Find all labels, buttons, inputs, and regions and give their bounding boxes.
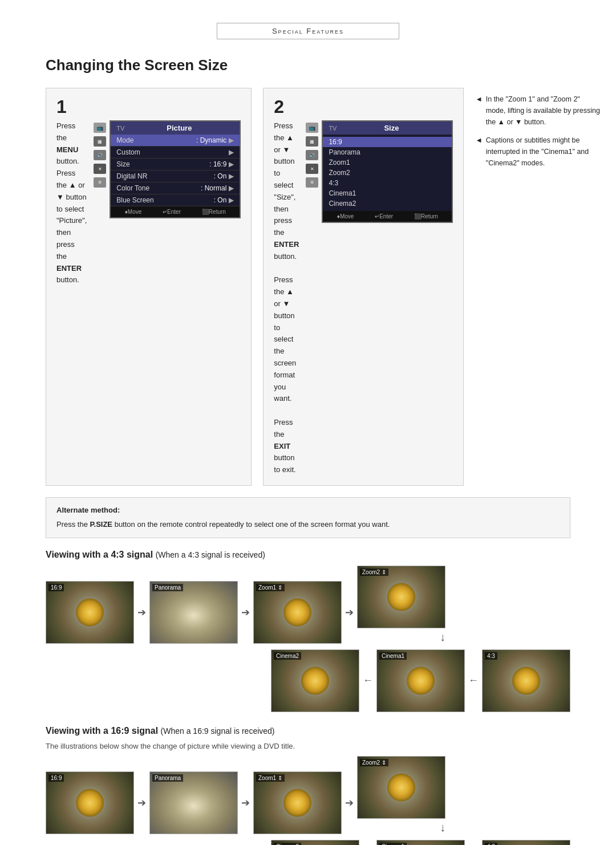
arrow-size: ▶ [229, 160, 234, 168]
enter-bold: ENTER [56, 264, 82, 273]
label-169-zoom2: Zoom2 ⇕ [360, 759, 388, 766]
step1-content: Press the MENU button. Press the ▲ or ▼ … [56, 120, 241, 286]
label-169-43: 4:3 [485, 843, 497, 846]
label-43-cinema2: Cinema2 [274, 652, 301, 660]
label-43-cinema1: Cinema1 [379, 652, 407, 660]
size-item-panorama: Panorama [323, 147, 452, 157]
size-value: : 16:9 ▶ [209, 160, 234, 168]
size-list: 16:9 Panorama Zoom1 Zoom2 4:3 Cinema1 Ci… [323, 135, 452, 211]
thumb-169-zoom1: Zoom1 ⇕ [253, 771, 342, 834]
thumb-169-43: 4:3 [482, 840, 570, 846]
dnr-value: : On ▶ [214, 172, 234, 180]
tv-icon-5: ⚙ [94, 177, 106, 188]
bluescreen-value: : On ▶ [214, 196, 234, 204]
thumb-43-169: 16:9 [46, 581, 134, 644]
step1-box: 1 Press the MENU button. Press the ▲ or … [46, 88, 252, 486]
footer2-enter: ↵Enter [375, 213, 393, 220]
thumb-169-zoom2: Zoom2 ⇕ [357, 756, 445, 819]
size-menu-title: Size [384, 124, 399, 132]
step2-tv-menu: TV Size 16:9 Panorama Zoom1 Zoom2 4:3 [322, 120, 453, 223]
thumb-169-panorama: Panorama [149, 771, 238, 834]
label-43-169: 16:9 [48, 584, 64, 591]
169-group1: 16:9 ➔ Panorama ➔ Zoom1 ⇕ ➔ [46, 771, 354, 834]
viewing-169-title: Viewing with a 16:9 signal (When a 16:9 … [46, 726, 570, 736]
label-43-43: 4:3 [485, 652, 497, 660]
thumb-43-zoom1: Zoom1 ⇕ [253, 581, 342, 644]
footer2-move: ♦Move [337, 213, 354, 220]
label-43-panorama: Panorama [152, 584, 183, 591]
size-label: Size [116, 160, 129, 168]
tv-menu-footer-2: ♦Move ↵Enter ⬛Return [323, 211, 452, 222]
bluescreen-label: Blue Screen [116, 196, 153, 204]
section-header: Special Features [217, 23, 399, 39]
tv-label-2: TV [329, 125, 337, 132]
43-zoom2-col: Zoom2 ⇕ ↓ [357, 566, 445, 644]
tv-label: TV [116, 125, 124, 132]
menu-title: Picture [167, 124, 192, 132]
label-169-zoom1: Zoom1 ⇕ [256, 774, 285, 782]
menu-bold: MENU [56, 145, 78, 154]
tv-menu-body: Mode : Dynamic ▶ Custom ▶ Size : 16:9 ▶ [111, 135, 240, 206]
tv-icon-2: ▦ [94, 136, 106, 147]
43-group1: 16:9 ➔ Panorama ➔ Zoom1 ⇕ ➔ [46, 581, 354, 644]
colortone-value: : Normal ▶ [201, 184, 234, 192]
note-zoom: ◄ In the "Zoom 1" and "Zoom 2" mode, lif… [475, 94, 601, 128]
thumb-169-cinema2: Cinema2 [271, 840, 359, 846]
tv-icon2-1: 📺 [306, 123, 318, 133]
viewing-43-normal: (When a 4:3 signal is received) [156, 550, 265, 559]
enter-bold-2: ENTER [274, 240, 299, 249]
size-item-169: 16:9 [323, 137, 452, 147]
arrow-169-1: ➔ [137, 797, 146, 809]
footer2-return: ⬛Return [414, 213, 438, 220]
step1-tv-menu: TV Picture Mode : Dynamic ▶ Custom ▶ [110, 120, 241, 218]
mode-value: : Dynamic ▶ [196, 136, 234, 144]
label-169-cinema1: Cinema1 [379, 843, 407, 846]
viewing-43-title: Viewing with a 4:3 signal (When a 4:3 si… [46, 550, 570, 560]
step2-text: Press the ▲ or ▼ button to select "Size"… [274, 120, 299, 476]
menu-row-custom: Custom ▶ [111, 147, 240, 159]
viewing-43-row1: 16:9 ➔ Panorama ➔ Zoom1 ⇕ ➔ Zoom2 ⇕ [46, 566, 570, 644]
arrow-43-1: ➔ [137, 606, 146, 619]
arrow-dnr: ▶ [229, 172, 234, 180]
viewing-43-section: Viewing with a 4:3 signal (When a 4:3 si… [46, 550, 570, 712]
tv-icon2-2: ▦ [306, 136, 318, 147]
label-43-zoom2: Zoom2 ⇕ [360, 568, 388, 576]
step2-notes: ◄ In the "Zoom 1" and "Zoom 2" mode, lif… [475, 88, 601, 486]
step2-box: 2 Press the ▲ or ▼ button to select "Siz… [263, 88, 464, 486]
section-header-text: Special Features [272, 27, 344, 35]
arrow-43-left-2: ← [468, 675, 479, 686]
bullet-1: ◄ [475, 94, 482, 128]
label-169-panorama: Panorama [152, 774, 183, 782]
step2-text-area: Press the ▲ or ▼ button to select "Size"… [274, 120, 299, 476]
viewing-169-row1: 16:9 ➔ Panorama ➔ Zoom1 ⇕ ➔ Zoom2 ⇕ [46, 756, 570, 834]
alt-method-box: Alternate method: Press the P.SIZE butto… [46, 497, 570, 538]
menu-row-colortone: Color Tone : Normal ▶ [111, 182, 240, 194]
custom-value: ▶ [229, 148, 234, 156]
viewing-169-row2: Cinema2 ← Cinema1 ← 4:3 [46, 840, 570, 846]
169-zoom2-col: Zoom2 ⇕ ↓ [357, 756, 445, 834]
viewing-169-normal: (When a 16:9 signal is received) [161, 726, 275, 736]
footer-enter: ↵Enter [163, 209, 181, 215]
bullet-2: ◄ [475, 135, 482, 169]
page-container: Special Features Changing the Screen Siz… [0, 0, 616, 845]
tv-icon2-5: ⚙ [306, 177, 318, 188]
footer-move: ♦Move [125, 209, 142, 215]
viewing-43-row2: Cinema2 ← Cinema1 ← 4:3 [46, 649, 570, 712]
size-item-43: 4:3 [323, 178, 452, 188]
size-item-zoom2: Zoom2 [323, 168, 452, 178]
size-item-cinema2: Cinema2 [323, 198, 452, 209]
note-cinema-text: Captions or subtitles might be interrupt… [486, 135, 601, 169]
label-169-169: 16:9 [48, 774, 64, 782]
viewing-169-section: Viewing with a 16:9 signal (When a 16:9 … [46, 726, 570, 846]
step1-number: 1 [56, 98, 241, 116]
label-169-cinema2: Cinema2 [274, 843, 301, 846]
arrow-custom: ▶ [229, 148, 234, 156]
colortone-label: Color Tone [116, 184, 149, 192]
alt-method-title: Alternate method: [56, 505, 560, 517]
tv-icon-3: 🔊 [94, 150, 106, 160]
menu-row-bluescreen: Blue Screen : On ▶ [111, 194, 240, 206]
arrow-bluescreen: ▶ [229, 196, 234, 204]
alt-method-text: Press the P.SIZE button on the remote co… [56, 519, 560, 531]
step1-text: Press the MENU button. Press the ▲ or ▼ … [56, 120, 87, 286]
steps-row: 1 Press the MENU button. Press the ▲ or … [46, 88, 570, 486]
